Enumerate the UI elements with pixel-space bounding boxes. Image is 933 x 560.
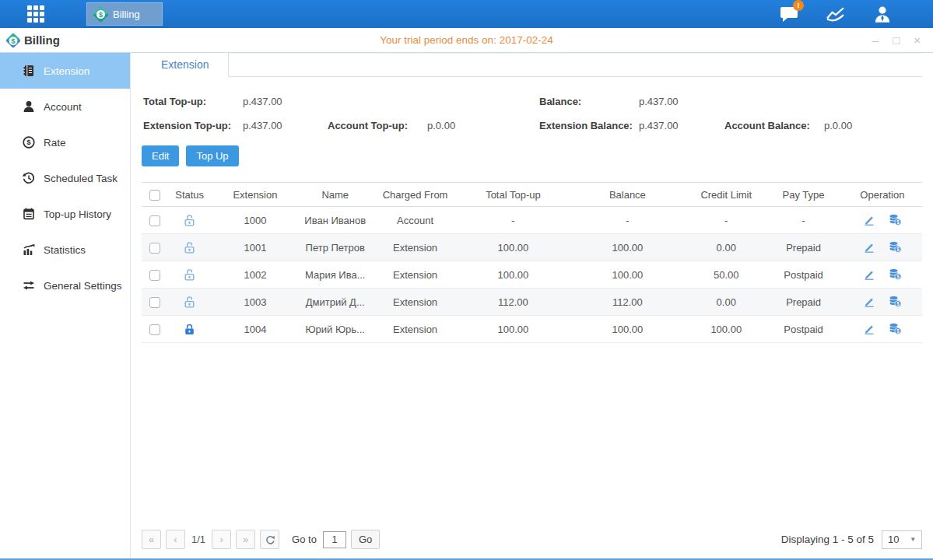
pagination-right: Displaying 1 - 5 of 5 10 ▼ [781, 530, 922, 549]
sidebar-item-account[interactable]: Account [0, 89, 130, 124]
action-buttons: Edit Top Up [142, 145, 922, 166]
cell-checkbox [142, 207, 168, 234]
sidebar-item-label: Extension [44, 65, 89, 77]
status-unlocked-icon [183, 296, 196, 309]
sidebar-item-rate[interactable]: $ Rate [0, 124, 130, 160]
cell-balance: 112.00 [567, 289, 688, 316]
edit-button[interactable]: Edit [142, 145, 179, 166]
taskbar-tab-label: Billing [113, 9, 140, 20]
top-up-button[interactable]: Top Up [186, 145, 238, 166]
cell-extension: 1004 [211, 316, 299, 343]
window-title-text: Billing [24, 33, 60, 47]
extension-balance-label: Extension Balance: [538, 114, 637, 138]
top-up-icon[interactable]: $ [888, 322, 902, 334]
taskbar-tab-billing[interactable]: $ Billing [86, 2, 163, 26]
column-header-charged-from: Charged From [371, 183, 459, 207]
table-row-extension-1000: 1000Иван ИвановAccount---- $ [142, 207, 922, 234]
app-menu-icon[interactable] [27, 5, 54, 23]
billing-app-icon: $ [93, 5, 109, 22]
resource-monitor-icon[interactable] [823, 4, 849, 24]
sidebar-item-extension[interactable]: Extension [0, 53, 130, 89]
notification-badge: ! [793, 0, 804, 11]
user-account-icon[interactable] [869, 4, 896, 24]
row-checkbox[interactable] [149, 324, 160, 335]
billing-window-icon: $ [5, 33, 21, 48]
balance-value: p.437.00 [637, 89, 723, 114]
trial-notice: Your trial period ends on: 2017-02-24 [0, 34, 933, 46]
address-book-icon [22, 64, 36, 78]
first-page-button[interactable]: « [142, 530, 161, 549]
table-row-extension-1004: 1004Юрий Юрь...Extension100.00100.00100.… [142, 316, 922, 343]
sidebar-item-topup-history[interactable]: Top-up History [0, 196, 130, 232]
row-checkbox[interactable] [149, 297, 160, 308]
cell-name: Дмитрий Д... [300, 289, 371, 316]
sliders-icon [22, 278, 36, 292]
edit-icon[interactable] [863, 213, 875, 226]
cell-name: Иван Иванов [300, 207, 371, 234]
table-header-row: StatusExtensionNameCharged FromTotal Top… [142, 183, 922, 207]
bar-chart-icon [22, 243, 36, 257]
cell-checkbox [142, 289, 168, 316]
tab-strip: Extension [142, 53, 922, 77]
maximize-icon[interactable]: □ [893, 34, 900, 46]
window-controls: – □ × [872, 34, 933, 46]
next-page-button[interactable]: › [212, 530, 231, 549]
cell-charged-from: Extension [371, 316, 459, 343]
cell-total-topup: 100.00 [459, 261, 566, 289]
pagination-bar: « ‹ 1/1 › » Go to Go Displaying 1 - 5 of… [142, 530, 922, 549]
cell-charged-from: Account [371, 207, 459, 234]
svg-text:$: $ [896, 300, 900, 306]
column-header-operation: Operation [843, 183, 922, 207]
edit-icon[interactable] [863, 322, 875, 334]
cell-total-topup: 112.00 [459, 289, 566, 316]
person-icon [872, 5, 893, 23]
row-checkbox[interactable] [149, 270, 160, 281]
top-up-icon[interactable]: $ [888, 295, 902, 307]
cell-operation: $ [843, 316, 922, 343]
table-row-extension-1002: 1002Мария Ива...Extension100.00100.0050.… [142, 261, 922, 289]
person-icon [22, 100, 36, 114]
sidebar-item-label: Scheduled Task [44, 173, 118, 184]
notifications-icon[interactable]: ! [776, 4, 802, 24]
window-title: $ Billing [0, 33, 60, 47]
cell-credit-limit: - [688, 207, 764, 234]
edit-icon[interactable] [863, 268, 875, 280]
minimize-icon[interactable]: – [872, 34, 879, 46]
sidebar-item-statistics[interactable]: Statistics [0, 232, 130, 268]
close-icon[interactable]: × [914, 34, 921, 46]
edit-icon[interactable] [863, 240, 875, 253]
cell-name: Петр Петров [300, 234, 371, 261]
sidebar-item-scheduled-task[interactable]: Scheduled Task [0, 160, 130, 196]
cell-status-unlocked [168, 234, 211, 261]
cell-balance: 100.00 [567, 234, 688, 261]
go-button[interactable]: Go [351, 530, 380, 549]
displaying-text: Displaying 1 - 5 of 5 [781, 534, 874, 545]
refresh-button[interactable] [260, 530, 279, 549]
sidebar-item-general-settings[interactable]: General Settings [0, 268, 130, 303]
top-up-icon[interactable]: $ [888, 213, 902, 226]
sidebar-item-label: General Settings [44, 280, 122, 292]
cell-operation: $ [843, 207, 922, 234]
select-all-header [142, 183, 168, 207]
extension-topup-label: Extension Top-up: [142, 114, 241, 138]
column-header-total-top-up: Total Top-up [459, 183, 566, 207]
page-size-select[interactable]: 10 ▼ [882, 530, 922, 549]
sidebar-item-label: Rate [44, 137, 66, 149]
cell-status-locked [168, 316, 211, 343]
row-checkbox[interactable] [149, 215, 160, 226]
goto-page-input[interactable] [323, 531, 346, 548]
svg-text:$: $ [896, 219, 900, 225]
edit-icon[interactable] [863, 295, 875, 307]
select-all-checkbox[interactable] [149, 190, 160, 201]
prev-page-button[interactable]: ‹ [166, 530, 185, 549]
column-header-extension: Extension [211, 183, 299, 207]
cell-status-unlocked [168, 207, 211, 234]
last-page-button[interactable]: » [236, 530, 255, 549]
cell-name: Юрий Юрь... [300, 316, 371, 343]
row-checkbox[interactable] [149, 243, 160, 254]
tab-extension[interactable]: Extension [142, 53, 229, 77]
column-header-status: Status [168, 183, 211, 207]
top-up-icon[interactable]: $ [888, 240, 902, 253]
top-up-icon[interactable]: $ [888, 268, 902, 280]
ledger-icon [22, 207, 36, 221]
